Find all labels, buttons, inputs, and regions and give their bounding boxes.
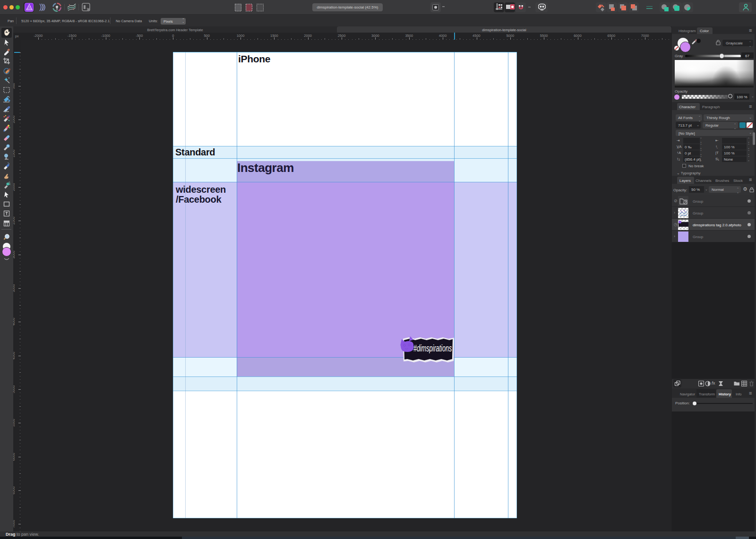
svg-text:#dimspirations: #dimspirations <box>413 343 452 354</box>
